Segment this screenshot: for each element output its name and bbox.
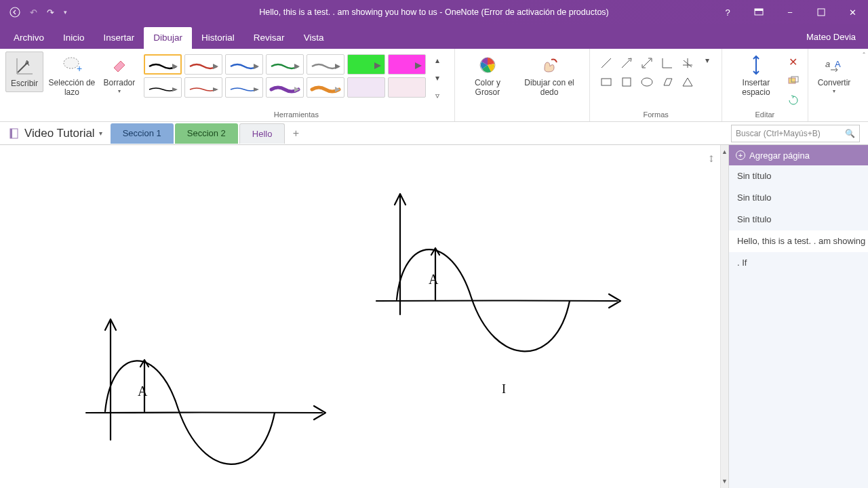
text-cursor-icon: I — [502, 382, 506, 396]
section-tab-2[interactable]: Seccion 2 — [175, 123, 238, 144]
pen-purple-brush[interactable] — [266, 77, 304, 98]
page-item[interactable]: Sin título — [729, 187, 868, 209]
tab-historial[interactable]: Historial — [192, 27, 244, 49]
minimize-icon[interactable]: − — [774, 0, 806, 24]
expand-page-icon[interactable]: ⤢ — [705, 152, 717, 164]
redo-icon[interactable]: ↷ — [47, 7, 54, 18]
svg-line-10 — [643, 59, 651, 67]
tab-revisar[interactable]: Revisar — [244, 27, 294, 49]
title-bar: ↶ ↷ ▾ Hello, this is a test. . am showin… — [0, 0, 868, 24]
svg-text:a: a — [825, 59, 830, 69]
draw-finger-button[interactable]: Dibujar con el dedo — [515, 52, 584, 100]
svg-rect-14 — [789, 78, 795, 83]
escribir-button[interactable]: A Escribir — [5, 52, 43, 92]
section-tab-1[interactable]: Seccion 1 — [111, 123, 174, 144]
shapes-gallery — [595, 52, 698, 94]
section-tab-hello[interactable]: Hello — [239, 123, 285, 144]
shape-axes-3d[interactable] — [678, 54, 697, 72]
ink-drawing-graph-2: A — [37, 304, 349, 481]
group-herramientas-label: Herramientas — [274, 110, 319, 120]
menu-bar: Archivo Inicio Insertar Dibujar Historia… — [0, 24, 868, 49]
close-icon[interactable]: ✕ — [837, 0, 868, 24]
gallery-down-icon[interactable]: ▾ — [429, 69, 446, 87]
shape-square[interactable] — [617, 73, 636, 91]
shapes-more-icon[interactable]: ▾ — [698, 52, 716, 69]
tab-inicio[interactable]: Inicio — [54, 27, 94, 49]
gallery-up-icon[interactable]: ▴ — [429, 52, 446, 69]
shape-rect[interactable] — [597, 73, 616, 91]
pen-black[interactable] — [144, 54, 182, 75]
convertir-button[interactable]: aA Convertir▾ — [814, 52, 855, 97]
insertar-espacio-button[interactable]: Insertar espacio — [728, 52, 784, 100]
highlighter-pink[interactable] — [388, 54, 426, 75]
shape-double-arrow[interactable] — [637, 54, 656, 72]
pen-blue[interactable] — [225, 54, 263, 75]
help-icon[interactable]: ? — [712, 0, 743, 24]
gallery-more-icon[interactable]: ▿ — [429, 87, 446, 104]
add-section-button[interactable]: + — [286, 127, 305, 140]
lasso-button[interactable]: + Selección de lazo — [43, 52, 100, 100]
pen-green[interactable] — [266, 54, 304, 75]
highlighter-rose[interactable] — [388, 77, 426, 98]
pen-blue-thin[interactable] — [225, 77, 263, 98]
page-item-selected[interactable]: Hello, this is a test. . am showing y — [729, 230, 868, 252]
user-name[interactable]: Mateo Devia — [806, 24, 856, 49]
arrange-icon[interactable] — [785, 72, 802, 89]
shape-line[interactable] — [597, 54, 616, 72]
shape-ellipse[interactable] — [637, 73, 656, 91]
tab-vista[interactable]: Vista — [294, 27, 334, 49]
scroll-up-icon[interactable]: ▲ — [721, 145, 728, 159]
highlighter-green[interactable] — [347, 54, 385, 75]
ink-drawing-graph-1: A — [326, 179, 637, 355]
pen-gallery — [144, 52, 344, 98]
chevron-down-icon: ▾ — [99, 129, 102, 137]
color-grosor-button[interactable]: Color y Grosor — [460, 52, 515, 100]
delete-icon[interactable]: ✕ — [785, 53, 802, 70]
shape-axes-xy[interactable] — [658, 54, 677, 72]
page-item[interactable]: Sin título — [729, 209, 868, 230]
ribbon-options-icon[interactable] — [743, 0, 774, 24]
notebook-selector[interactable]: Video Tutorial ▾ — [0, 127, 111, 140]
search-icon: 🔍 — [845, 129, 855, 138]
tab-dibujar[interactable]: Dibujar — [144, 27, 192, 49]
svg-line-8 — [601, 58, 611, 68]
add-page-button[interactable]: + Agregar página — [729, 145, 868, 165]
search-input[interactable]: Buscar (Ctrl+Mayús+B) 🔍 — [731, 125, 860, 142]
page-item[interactable]: Sin título — [729, 165, 868, 187]
pen-gray[interactable] — [307, 54, 344, 75]
scroll-down-icon[interactable]: ▼ — [721, 474, 728, 488]
canvas-scrollbar[interactable]: ▲ ▼ — [720, 145, 728, 488]
rotate-icon[interactable] — [785, 91, 802, 108]
pen-red-thin[interactable] — [184, 77, 222, 98]
shape-arrow[interactable] — [617, 54, 636, 72]
notebook-icon — [8, 127, 20, 140]
svg-rect-12 — [623, 78, 631, 86]
shape-triangle[interactable] — [678, 73, 697, 91]
undo-icon[interactable]: ↶ — [30, 7, 37, 18]
pen-red[interactable] — [184, 54, 222, 75]
svg-text:A: A — [24, 59, 30, 67]
shape-parallelogram[interactable] — [658, 73, 677, 91]
svg-rect-2 — [755, 9, 763, 11]
page-item[interactable]: . If — [729, 252, 868, 274]
pen-black-thin[interactable] — [144, 77, 182, 98]
ribbon: A Escribir + Selección de lazo Borrador▾ — [0, 49, 868, 122]
svg-text:A: A — [138, 384, 148, 399]
borrador-button[interactable]: Borrador▾ — [100, 52, 138, 97]
search-placeholder: Buscar (Ctrl+Mayús+B) — [736, 129, 821, 138]
svg-rect-11 — [601, 79, 611, 85]
group-editar-label: Editar — [755, 110, 775, 120]
page-canvas[interactable]: ⤢ A A I — [0, 145, 720, 488]
back-icon[interactable] — [9, 7, 20, 18]
group-formas-label: Formas — [644, 110, 669, 120]
tab-insertar[interactable]: Insertar — [94, 27, 144, 49]
highlighter-lavender[interactable] — [347, 77, 385, 98]
collapse-ribbon-icon[interactable]: ˆ — [860, 49, 868, 121]
plus-icon: + — [736, 150, 745, 160]
svg-rect-19 — [10, 129, 12, 138]
tab-archivo[interactable]: Archivo — [4, 27, 54, 49]
pen-orange-brush[interactable] — [307, 77, 344, 98]
maximize-icon[interactable] — [806, 0, 837, 24]
svg-rect-3 — [818, 9, 825, 16]
qat-dropdown-icon[interactable]: ▾ — [64, 9, 67, 16]
